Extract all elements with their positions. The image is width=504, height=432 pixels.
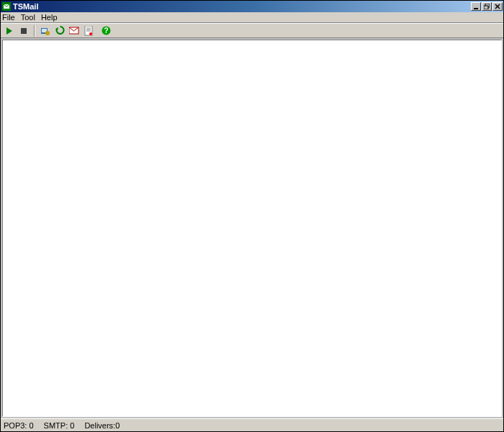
svg-point-11 [45,31,50,35]
menu-file[interactable]: File [2,13,15,22]
settings-button[interactable] [40,25,51,37]
menubar: File Tool Help [1,12,503,23]
menu-help[interactable]: Help [41,13,58,22]
restore-button[interactable] [482,2,492,11]
refresh-button[interactable] [54,25,66,37]
statusbar: POP3: 0 SMTP: 0 Delivers:0 [1,418,503,431]
mail-button[interactable] [68,25,80,37]
window-controls [470,2,503,11]
log-button[interactable] [83,25,94,37]
status-pop3: POP3: 0 [4,421,34,430]
content-area [2,40,502,417]
svg-rect-4 [484,6,488,9]
svg-text:?: ? [104,27,108,35]
status-smtp: SMTP: 0 [44,421,75,430]
stop-button[interactable] [18,25,30,37]
menu-tool[interactable]: Tool [21,13,35,22]
close-button[interactable] [492,2,503,11]
svg-rect-2 [474,8,478,9]
toolbar: ? [1,23,503,38]
svg-point-18 [89,32,92,35]
status-delivers: Delivers:0 [84,421,120,430]
mail-app-icon [2,2,11,11]
help-button[interactable]: ? [100,25,112,37]
svg-marker-7 [6,27,12,35]
minimize-button[interactable] [471,2,481,11]
app-title: TSMail [13,1,470,12]
app-window: TSMail File Tool Help [0,0,504,432]
titlebar: TSMail [1,1,503,12]
svg-rect-8 [21,28,27,34]
play-button[interactable] [4,25,15,37]
toolbar-separator [34,25,35,37]
